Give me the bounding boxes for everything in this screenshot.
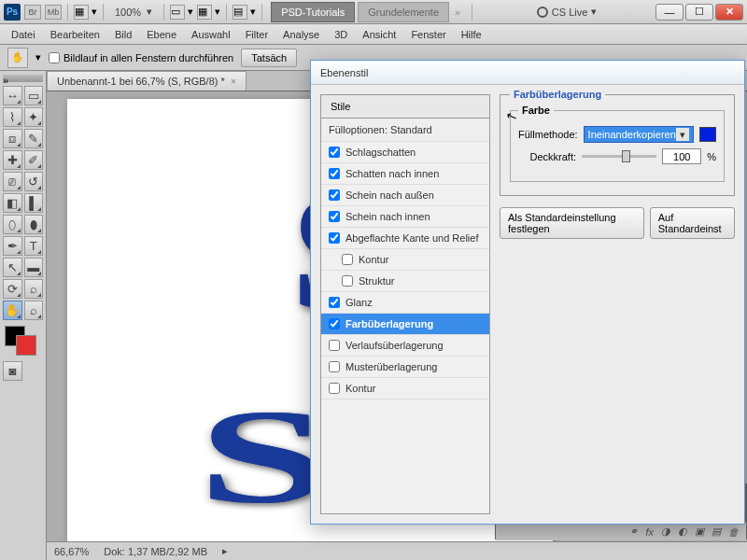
style-outer-glow[interactable]: Schein nach außen xyxy=(321,185,489,206)
cursor-icon: ↖ xyxy=(504,106,520,124)
style-inner-shadow[interactable]: Schatten nach innen xyxy=(321,163,489,185)
zoom-dropdown[interactable]: 100%▾ xyxy=(109,6,158,18)
toolbox-grip[interactable]: » xyxy=(3,75,43,82)
app-logo: Ps xyxy=(4,4,21,21)
style-satin[interactable]: Glanz xyxy=(321,292,489,314)
workspace-tab-tutorials[interactable]: PSD-Tutorials xyxy=(271,2,355,22)
guides-icon[interactable]: ▤ xyxy=(233,5,247,20)
menu-auswahl[interactable]: Auswahl xyxy=(184,26,238,43)
bridge-button[interactable]: Br xyxy=(24,5,41,20)
menu-analyse[interactable]: Analyse xyxy=(275,26,327,43)
hand-tool-icon[interactable]: ✋ xyxy=(7,48,28,68)
folder-icon[interactable]: ▣ xyxy=(695,525,704,538)
set-default-button[interactable]: Als Standardeinstellung festlegen xyxy=(500,207,644,239)
crop-tool[interactable]: ⧈ xyxy=(3,129,22,148)
trash-icon[interactable]: 🗑 xyxy=(728,526,739,538)
minimize-button[interactable]: — xyxy=(655,4,684,21)
screen-mode-icon[interactable]: ▦ xyxy=(197,5,212,20)
menu-datei[interactable]: Datei xyxy=(4,26,43,43)
background-swatch[interactable] xyxy=(16,335,36,356)
style-list: Stile Fülloptionen: Standard Schlagschat… xyxy=(320,94,490,514)
shape-tool[interactable]: ▬ xyxy=(24,258,44,277)
style-texture[interactable]: Struktur xyxy=(321,271,489,292)
brush-tool[interactable]: ✐ xyxy=(24,150,44,170)
document-tab[interactable]: Unbenannt-1 bei 66,7% (S, RGB/8) *× xyxy=(47,71,247,91)
styles-header[interactable]: Stile xyxy=(321,95,489,119)
arrange-icon[interactable]: ▦ xyxy=(74,5,89,20)
menu-bar: Datei Bearbeiten Bild Ebene Auswahl Filt… xyxy=(0,24,747,45)
quickmask-button[interactable]: ◙ xyxy=(3,361,22,381)
fx-icon[interactable]: fx xyxy=(645,526,654,538)
style-inner-glow[interactable]: Schein nach innen xyxy=(321,206,489,228)
menu-ansicht[interactable]: Ansicht xyxy=(355,26,403,43)
maximize-button[interactable]: ☐ xyxy=(685,4,713,21)
menu-bearbeiten[interactable]: Bearbeiten xyxy=(43,26,107,43)
cs-live-button[interactable]: CS Live▾ xyxy=(529,6,605,18)
style-color-overlay[interactable]: Farbüberlagerung xyxy=(321,314,489,335)
marquee-tool[interactable]: ▭ xyxy=(24,86,44,105)
dodge-tool[interactable]: ⬮ xyxy=(24,215,44,234)
link-icon[interactable]: ⚭ xyxy=(629,525,638,538)
mask-icon[interactable]: ◑ xyxy=(661,525,670,538)
menu-ebene[interactable]: Ebene xyxy=(139,26,184,43)
blur-tool[interactable]: ⬯ xyxy=(3,215,22,234)
wand-tool[interactable]: ✦ xyxy=(24,107,44,127)
style-pattern-overlay[interactable]: Musterüberlagerung xyxy=(321,357,489,378)
style-stroke[interactable]: Kontur xyxy=(321,378,489,399)
3d-camera-tool[interactable]: ⌕ xyxy=(24,279,44,299)
more-workspaces-icon[interactable]: » xyxy=(455,7,460,18)
opacity-input[interactable] xyxy=(662,148,701,164)
gradient-tool[interactable]: ▌ xyxy=(24,193,44,213)
menu-fenster[interactable]: Fenster xyxy=(403,26,453,43)
status-menu-icon[interactable]: ▸ xyxy=(222,545,228,557)
style-settings-panel: Farbüberlagerung Farbe ↖ Füllmethode: In… xyxy=(500,94,735,514)
close-tab-icon[interactable]: × xyxy=(231,76,236,87)
status-doc-size[interactable]: Dok: 1,37 MB/2,92 MB xyxy=(104,546,207,557)
eraser-tool[interactable]: ◧ xyxy=(3,193,22,213)
menu-bild[interactable]: Bild xyxy=(107,26,139,43)
style-bevel[interactable]: Abgeflachte Kante und Relief xyxy=(321,228,489,249)
opacity-slider[interactable] xyxy=(582,155,656,158)
panel-title: Farbüberlagerung xyxy=(510,89,605,100)
color-swatches[interactable] xyxy=(3,326,40,359)
pen-tool[interactable]: ✒ xyxy=(3,236,22,256)
workspace-tab-elements[interactable]: Grundelemente xyxy=(358,2,449,22)
overlay-color-swatch[interactable] xyxy=(699,127,716,142)
actual-pixels-button[interactable]: Tatsäch xyxy=(241,49,297,67)
move-tool[interactable]: ↔ xyxy=(3,86,22,105)
path-select-tool[interactable]: ↖ xyxy=(3,258,22,277)
menu-filter[interactable]: Filter xyxy=(238,26,275,43)
eyedropper-tool[interactable]: ✎ xyxy=(24,129,44,148)
lasso-tool[interactable]: ⌇ xyxy=(3,107,22,127)
view-extras-icon[interactable]: ▭ xyxy=(170,5,185,20)
adjust-icon[interactable]: ◐ xyxy=(678,525,687,538)
stamp-tool[interactable]: ⎚ xyxy=(3,172,22,191)
reset-default-button[interactable]: Auf Standardeinst xyxy=(650,207,735,239)
percent-label: % xyxy=(707,151,716,162)
style-gradient-overlay[interactable]: Verlaufsüberlagerung xyxy=(321,335,489,357)
title-bar: Ps Br Mb ▦ ▾ 100%▾ ▭▾ ▦▾ ▤▾ PSD-Tutorial… xyxy=(0,0,747,24)
menu-3d[interactable]: 3D xyxy=(327,26,355,43)
dropdown-arrow-icon: ▾ xyxy=(676,128,689,141)
status-zoom[interactable]: 66,67% xyxy=(54,546,89,557)
style-drop-shadow[interactable]: Schlagschatten xyxy=(321,142,489,163)
fill-options-item[interactable]: Fülloptionen: Standard xyxy=(321,119,489,142)
type-tool[interactable]: T xyxy=(24,236,44,256)
zoom-tool[interactable]: ⌕ xyxy=(24,301,44,320)
minibridge-button[interactable]: Mb xyxy=(45,5,62,20)
history-brush-tool[interactable]: ↺ xyxy=(24,172,44,191)
hand-tool[interactable]: ✋ xyxy=(3,301,22,320)
dialog-title-bar[interactable]: Ebenenstil xyxy=(311,61,744,85)
heal-tool[interactable]: ✚ xyxy=(3,150,22,170)
dropdown-arrow-icon[interactable]: ▾ xyxy=(35,51,41,63)
layer-style-dialog: Ebenenstil Stile Fülloptionen: Standard … xyxy=(310,60,745,525)
3d-tool[interactable]: ⟳ xyxy=(3,279,22,299)
dropdown-arrow-icon[interactable]: ▾ xyxy=(92,6,97,18)
blend-mode-dropdown[interactable]: Ineinanderkopieren ▾ xyxy=(584,126,694,143)
style-contour[interactable]: Kontur xyxy=(321,249,489,271)
color-overlay-group: Farbüberlagerung Farbe ↖ Füllmethode: In… xyxy=(500,94,735,196)
menu-hilfe[interactable]: Hilfe xyxy=(454,26,489,43)
close-button[interactable]: ✕ xyxy=(715,4,743,21)
scroll-all-checkbox[interactable]: Bildlauf in allen Fenstern durchführen xyxy=(49,52,233,63)
new-layer-icon[interactable]: ▤ xyxy=(712,525,721,538)
